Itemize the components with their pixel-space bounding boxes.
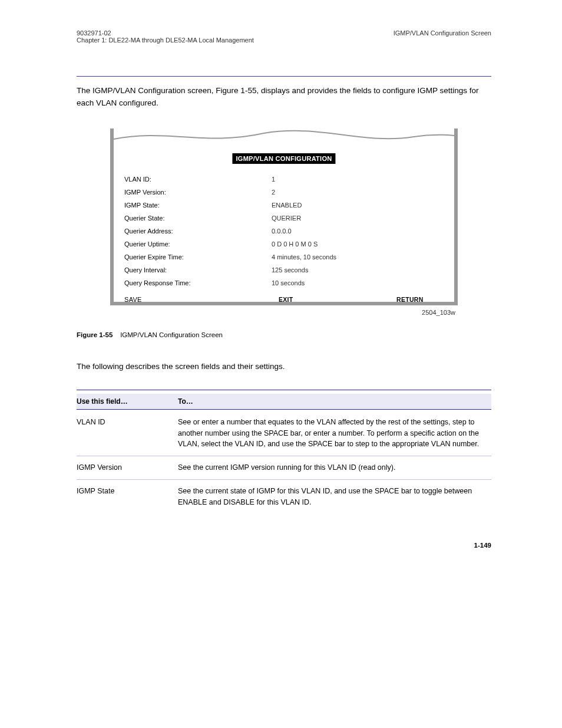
figure-wave-top — [114, 129, 454, 146]
intro-text: The IGMP/VLAN Configuration screen, Figu… — [77, 85, 491, 110]
caption-label: Figure 1-55 — [77, 331, 113, 338]
figure-row: Querier Uptime: 0 D 0 H 0 M 0 S — [124, 241, 336, 248]
figure-row: Query Response Time: 10 seconds — [124, 279, 336, 286]
table-row: IGMP Version See the current IGMP versio… — [77, 460, 491, 476]
exit-label: EXIT — [279, 296, 293, 303]
figure-row-value: 4 minutes, 10 seconds — [272, 253, 336, 261]
page-header: 9032971-02 Chapter 1: DLE22-MA through D… — [77, 29, 491, 44]
page-number: 1-149 — [77, 542, 491, 549]
table-cell-desc: See or enter a number that equates to th… — [178, 417, 487, 450]
figure-row-label: IGMP State: — [124, 202, 272, 209]
figure-row-label: Query Interval: — [124, 266, 272, 274]
caption-title: IGMP/VLAN Configuration Screen — [120, 331, 223, 338]
table-divider — [77, 479, 491, 480]
table-row: IGMP State See the current state of IGMP… — [77, 483, 491, 510]
figure-row-label: Querier Address: — [124, 228, 272, 235]
table-cell-desc: See the current state of IGMP for this V… — [178, 486, 487, 508]
table-cell-field: IGMP Version — [77, 462, 178, 473]
figure-row-value: QUERIER — [272, 215, 301, 222]
save-label: SAVE — [124, 296, 142, 303]
field-table: Use this field… To… VLAN ID See or enter… — [77, 390, 491, 510]
figure-row: VLAN ID: 1 — [124, 176, 336, 183]
figure-row: Querier State: QUERIER — [124, 215, 336, 222]
figure-row: IGMP State: ENABLED — [124, 202, 336, 209]
figure-row: Query Interval: 125 seconds — [124, 266, 336, 274]
doc-id: 9032971-02 — [77, 29, 254, 37]
chapter-title: Chapter 1: DLE22-MA through DLE52-MA Loc… — [77, 37, 254, 44]
figure-row-label: Querier Expire Time: — [124, 253, 272, 261]
figure-caption: Figure 1-55 IGMP/VLAN Configuration Scre… — [77, 331, 491, 338]
table-divider — [77, 456, 491, 456]
figure-row-value: 125 seconds — [272, 266, 308, 274]
figure-code: 2504_103w — [110, 309, 458, 316]
table-cell-desc: See the current IGMP version running for… — [178, 462, 487, 473]
table-rule — [77, 390, 491, 390]
figure-row-value: 0.0.0.0 — [272, 228, 292, 235]
figure-row-label: IGMP Version: — [124, 189, 272, 196]
table-col-a-header: Use this field… — [77, 397, 178, 406]
figure-row-value: ENABLED — [272, 202, 302, 209]
figure-title: IGMP/VLAN CONFIGURATION — [232, 153, 335, 164]
table-row: VLAN ID See or enter a number that equat… — [77, 414, 491, 452]
figure-row-value: 0 D 0 H 0 M 0 S — [272, 241, 318, 248]
header-rule — [77, 76, 491, 77]
return-label: RETURN — [396, 296, 424, 303]
figure-row-value: 2 — [272, 189, 275, 196]
figure-row-value: 1 — [272, 176, 275, 183]
figure-frame: IGMP/VLAN CONFIGURATION VLAN ID: 1 IGMP … — [110, 129, 458, 305]
figure-row-label: Query Response Time: — [124, 279, 272, 286]
figure-row-label: VLAN ID: — [124, 176, 272, 183]
figure-row-label: Querier State: — [124, 215, 272, 222]
header-right: IGMP/VLAN Configuration Screen — [394, 29, 491, 37]
table-header: Use this field… To… — [77, 394, 491, 409]
table-intro: The following describes the screen field… — [77, 361, 491, 373]
table-cell-field: VLAN ID — [77, 417, 178, 450]
header-left: 9032971-02 Chapter 1: DLE22-MA through D… — [77, 29, 254, 44]
figure-row-label: Querier Uptime: — [124, 241, 272, 248]
table-cell-field: IGMP State — [77, 486, 178, 508]
figure-row-value: 10 seconds — [272, 279, 305, 286]
figure-row: Querier Address: 0.0.0.0 — [124, 228, 336, 235]
figure-row: IGMP Version: 2 — [124, 189, 336, 196]
figure-rows: VLAN ID: 1 IGMP Version: 2 IGMP State: E… — [124, 176, 336, 292]
figure: IGMP/VLAN CONFIGURATION VLAN ID: 1 IGMP … — [110, 129, 458, 316]
table-col-b-header: To… — [178, 397, 487, 406]
table-rule — [77, 409, 491, 410]
figure-row: Querier Expire Time: 4 minutes, 10 secon… — [124, 253, 336, 261]
